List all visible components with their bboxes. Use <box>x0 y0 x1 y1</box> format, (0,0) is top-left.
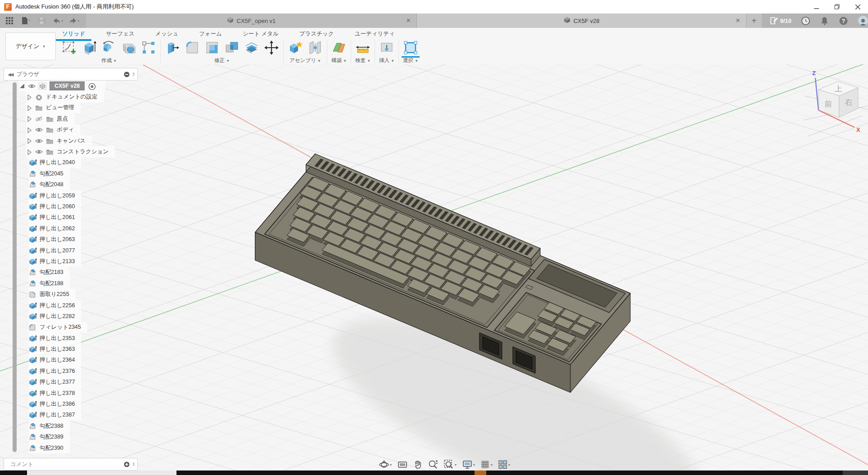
comment-bar[interactable]: コメント ‖ <box>4 458 138 471</box>
hole-icon[interactable] <box>120 39 138 58</box>
feature-row-extrude[interactable]: 押し出し2377 <box>29 377 81 388</box>
avatar[interactable] <box>858 16 868 26</box>
feature-row-extrude[interactable]: 押し出し2063 <box>29 234 81 245</box>
create-sketch-icon[interactable] <box>60 39 78 58</box>
panel-grip[interactable]: ‖ <box>132 462 135 467</box>
feature-label[interactable]: 押し出し2077 <box>40 247 75 255</box>
extrude-icon[interactable] <box>80 39 98 58</box>
feature-label[interactable]: 勾配2390 <box>40 444 63 452</box>
remove-panel-icon[interactable] <box>124 72 130 77</box>
feature-label[interactable]: 勾配2045 <box>40 170 63 178</box>
help-icon[interactable]: ? <box>839 16 848 25</box>
group-label-assemble[interactable]: アセンブリ ▼ <box>289 57 321 64</box>
display-settings-icon[interactable]: ▾ <box>461 459 477 470</box>
ribbon-tab-4[interactable]: フォーム <box>196 29 225 40</box>
feature-label[interactable]: 押し出し2378 <box>40 390 75 397</box>
feature-row-extrude[interactable]: 押し出し2061 <box>29 212 81 223</box>
feature-row-extrude[interactable]: 押し出し2256 <box>29 300 81 311</box>
expander-icon[interactable] <box>19 83 25 89</box>
feature-label[interactable]: 押し出し2133 <box>40 258 75 265</box>
feature-label[interactable]: 押し出し2059 <box>40 192 75 200</box>
tab-close-icon[interactable]: ✕ <box>405 17 412 24</box>
feature-row-draft[interactable]: 勾配2389 <box>29 432 70 443</box>
collapse-panel-icon[interactable]: ◀◀ <box>8 72 13 77</box>
browser-folder-label[interactable]: ボディ <box>57 126 74 134</box>
grid-display-icon[interactable]: ▾ <box>479 459 494 470</box>
combine-icon[interactable] <box>223 39 241 58</box>
feature-label[interactable]: 押し出し2040 <box>40 159 75 166</box>
feature-row-draft[interactable]: 勾配2188 <box>29 278 70 289</box>
expander-icon[interactable] <box>26 149 32 155</box>
feature-row-draft[interactable]: 勾配2183 <box>29 267 70 278</box>
press-pull-icon[interactable] <box>163 39 181 58</box>
feature-row-extrude[interactable]: 押し出し2060 <box>29 201 81 212</box>
browser-scrollbar[interactable] <box>13 82 17 452</box>
feature-label[interactable]: 面取り2255 <box>40 291 69 298</box>
rectangular-pattern-icon[interactable] <box>140 39 158 58</box>
visibility-eye-icon[interactable] <box>35 126 43 133</box>
feature-label[interactable]: 押し出し2376 <box>40 367 75 375</box>
feature-row-extrude[interactable]: 押し出し2386 <box>29 399 81 409</box>
visibility-eye-icon[interactable] <box>35 138 43 144</box>
browser-folder-row[interactable]: 原点 <box>26 113 74 124</box>
feature-label[interactable]: 押し出し2377 <box>40 378 75 386</box>
insert-icon[interactable] <box>378 39 396 58</box>
group-label-modify[interactable]: 修正 ▼ <box>214 57 230 64</box>
close-button[interactable] <box>847 0 868 13</box>
activate-component-icon[interactable] <box>88 83 96 90</box>
viewport-canvas[interactable] <box>0 64 868 471</box>
expander-icon[interactable] <box>26 94 32 100</box>
notifications-bell-icon[interactable] <box>820 16 829 25</box>
look-at-icon[interactable] <box>396 460 409 470</box>
browser-folder-label[interactable]: キャンバス <box>57 137 86 145</box>
redo-icon[interactable] <box>67 15 81 27</box>
feature-row-draft[interactable]: 勾配2045 <box>29 168 70 179</box>
offset-face-icon[interactable] <box>243 39 261 58</box>
ribbon-tab-5[interactable]: シート メタル <box>240 29 281 40</box>
feature-row-draft[interactable]: 勾配2390 <box>29 443 70 453</box>
feature-row-extrude[interactable]: 押し出し2363 <box>29 344 81 354</box>
ribbon-tab-1[interactable]: ソリッド <box>59 29 88 40</box>
browser-root-label[interactable]: CX5F v28 <box>50 81 85 90</box>
new-tab-button[interactable]: + <box>746 13 762 28</box>
visibility-eye-icon[interactable] <box>35 148 43 155</box>
feature-label[interactable]: 勾配2048 <box>40 181 63 188</box>
feature-label[interactable]: 押し出し2063 <box>40 236 75 243</box>
data-panel-toggle-icon[interactable] <box>3 15 16 27</box>
revolve-icon[interactable] <box>100 39 118 58</box>
group-label-select[interactable]: 選択 ▼ <box>403 57 418 64</box>
browser-panel-header[interactable]: ◀◀ ブラウザ ‖ <box>4 68 138 81</box>
feature-row-extrude[interactable]: 押し出し2378 <box>29 388 81 399</box>
browser-root-row[interactable]: CX5F v28 <box>19 81 105 91</box>
feature-row-draft[interactable]: 勾配2048 <box>29 179 70 190</box>
restore-button[interactable] <box>827 0 847 13</box>
feature-row-extrude[interactable]: 押し出し2059 <box>29 190 81 201</box>
browser-folder-label[interactable]: ドキュメントの設定 <box>46 93 98 101</box>
browser-folder-row[interactable]: キャンバス <box>26 135 92 146</box>
feature-label[interactable]: 勾配2188 <box>40 280 63 287</box>
fit-icon[interactable]: ▾ <box>442 459 458 471</box>
feature-row-chamfer[interactable]: 面取り2255 <box>29 289 76 300</box>
view-cube[interactable]: 上 前 右 Z X <box>804 66 868 138</box>
workspace-selector[interactable]: デザイン▼ <box>5 32 56 60</box>
file-menu-icon[interactable] <box>19 15 32 27</box>
ribbon-tab-2[interactable]: サーフェス <box>103 29 137 40</box>
tab-close-icon[interactable]: ✕ <box>734 17 741 24</box>
document-tab-active[interactable]: CX5F v28 ✕ <box>417 13 746 28</box>
feature-row-extrude[interactable]: 押し出し2077 <box>29 245 81 256</box>
expander-icon[interactable] <box>26 138 32 144</box>
feature-label[interactable]: 勾配2183 <box>40 269 63 276</box>
measure-icon[interactable] <box>354 39 372 58</box>
joint-icon[interactable] <box>306 39 324 58</box>
ribbon-tab-3[interactable]: メッシュ <box>153 29 181 40</box>
panel-grip[interactable]: ‖ <box>132 72 135 77</box>
clock-icon[interactable] <box>801 16 810 25</box>
new-component-icon[interactable] <box>286 39 304 58</box>
fillet-tool-icon[interactable] <box>183 39 201 58</box>
feature-label[interactable]: 押し出し2353 <box>40 335 75 342</box>
zoom-icon[interactable] <box>426 459 440 471</box>
feature-label[interactable]: 押し出し2061 <box>40 214 75 221</box>
feature-row-fillet[interactable]: フィレット2345 <box>29 322 87 333</box>
construction-plane-icon[interactable] <box>330 39 348 58</box>
feature-row-extrude[interactable]: 押し出し2062 <box>29 223 81 234</box>
